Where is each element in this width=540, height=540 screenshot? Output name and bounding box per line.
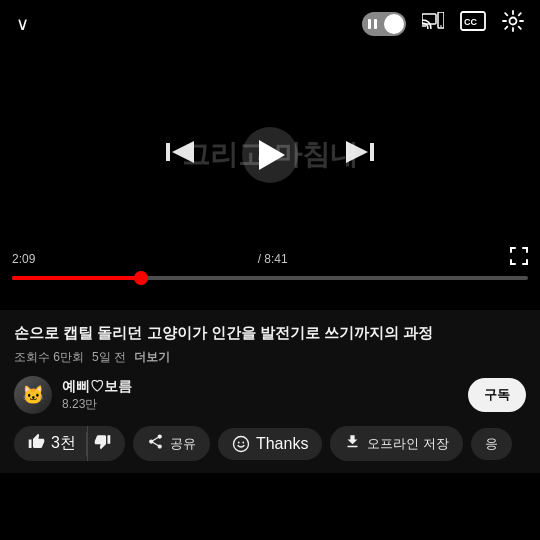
prev-button[interactable] [166,141,194,169]
current-time: 2:09 [12,252,35,266]
time-display: 2:09 / 8:41 [12,247,528,270]
like-dislike-pill: 3천 [14,426,125,461]
more-link[interactable]: 더보기 [134,349,170,366]
settings-icon[interactable] [502,10,524,37]
video-title: 손으로 캡틸 돌리던 고양이가 인간을 발전기로 쓰기까지의 과정 [14,322,526,343]
video-meta: 조회수 6만회 5일 전 더보기 [14,349,526,366]
chevron-down-icon[interactable]: ∨ [16,13,29,35]
share-label: 공유 [170,435,196,453]
play-icon [259,140,285,170]
dislike-button[interactable] [87,426,125,461]
progress-dot [134,271,148,285]
thanks-label: Thanks [256,435,308,453]
top-right-controls: CC [362,10,524,37]
like-count: 3천 [51,433,76,454]
fullscreen-icon[interactable] [510,247,528,270]
pause-toggle[interactable] [362,12,406,36]
share-button[interactable]: 공유 [133,426,210,461]
svg-point-13 [242,441,244,443]
svg-point-12 [238,441,240,443]
thanks-icon [232,435,250,453]
pause-icon [368,19,377,29]
time-ago: 5일 전 [92,349,126,366]
progress-bar[interactable] [12,276,528,280]
video-player: ∨ [0,0,540,310]
thanks-button[interactable]: Thanks [218,428,322,460]
download-icon [344,433,361,454]
cc-icon[interactable]: CC [460,11,486,36]
subscriber-count: 8.23만 [62,396,132,413]
avatar-image: 🐱 [14,376,52,414]
more-button[interactable]: 응 [471,428,512,460]
subscribe-button[interactable]: 구독 [468,378,526,412]
svg-marker-10 [346,141,368,163]
toggle-dot [384,14,404,34]
player-top-bar: ∨ [0,0,540,47]
playback-controls [166,127,374,183]
download-button[interactable]: 오프라인 저장 [330,426,463,461]
channel-left: 🐱 예삐♡보름 8.23만 [14,376,132,414]
cast-icon[interactable] [422,12,444,35]
more-action-label: 응 [485,435,498,453]
thumbs-up-icon [28,433,45,454]
timeline-area: 2:09 / 8:41 [0,247,540,280]
view-count: 조회수 6만회 [14,349,84,366]
total-time-display: / 8:41 [258,252,288,266]
channel-name[interactable]: 예삐♡보름 [62,378,132,396]
svg-rect-9 [370,143,374,161]
channel-row: 🐱 예삐♡보름 8.23만 구독 [14,376,526,414]
next-button[interactable] [346,141,374,169]
action-row: 3천 공유 [14,426,526,465]
channel-info: 예삐♡보름 8.23만 [62,378,132,413]
play-button[interactable] [242,127,298,183]
svg-rect-7 [166,143,170,161]
share-icon [147,433,164,454]
avatar[interactable]: 🐱 [14,376,52,414]
download-label: 오프라인 저장 [367,435,449,453]
svg-text:CC: CC [464,17,477,27]
svg-point-11 [233,436,248,451]
svg-marker-8 [172,141,194,163]
svg-point-6 [510,18,517,25]
thumbs-down-icon [94,433,111,454]
progress-fill [12,276,141,280]
like-button[interactable]: 3천 [14,426,86,461]
info-area: 손으로 캡틸 돌리던 고양이가 인간을 발전기로 쓰기까지의 과정 조회수 6만… [0,310,540,473]
